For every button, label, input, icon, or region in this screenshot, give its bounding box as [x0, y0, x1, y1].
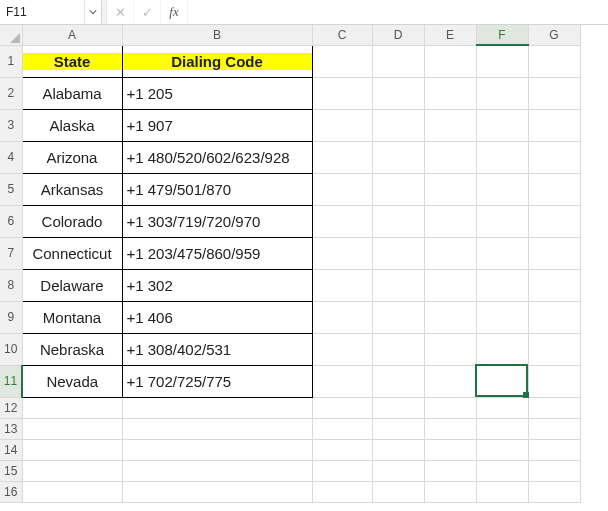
row-header-1[interactable]: 1: [0, 45, 22, 77]
cell-E6[interactable]: [424, 205, 476, 237]
cell-D13[interactable]: [372, 418, 424, 439]
insert-function-button[interactable]: fx: [161, 0, 188, 24]
cell-E4[interactable]: [424, 141, 476, 173]
cell-A14[interactable]: [22, 439, 122, 460]
cell-E8[interactable]: [424, 269, 476, 301]
cell-A15[interactable]: [22, 460, 122, 481]
col-header-C[interactable]: C: [312, 25, 372, 45]
cell-C8[interactable]: [312, 269, 372, 301]
cell-G9[interactable]: [528, 301, 580, 333]
cell-A12[interactable]: [22, 397, 122, 418]
cell-D10[interactable]: [372, 333, 424, 365]
cell-C13[interactable]: [312, 418, 372, 439]
cell-E7[interactable]: [424, 237, 476, 269]
cell-G2[interactable]: [528, 77, 580, 109]
cell-C11[interactable]: [312, 365, 372, 397]
cell-A5[interactable]: Arkansas: [22, 173, 122, 205]
cell-F10[interactable]: [476, 333, 528, 365]
col-header-A[interactable]: A: [22, 25, 122, 45]
col-header-F[interactable]: F: [476, 25, 528, 45]
cell-E14[interactable]: [424, 439, 476, 460]
cell-F9[interactable]: [476, 301, 528, 333]
cell-F2[interactable]: [476, 77, 528, 109]
cell-C6[interactable]: [312, 205, 372, 237]
row-header-7[interactable]: 7: [0, 237, 22, 269]
cell-F7[interactable]: [476, 237, 528, 269]
cell-G7[interactable]: [528, 237, 580, 269]
name-box[interactable]: [0, 0, 84, 24]
cell-B3[interactable]: +1 907: [122, 109, 312, 141]
cell-D16[interactable]: [372, 481, 424, 502]
cell-D7[interactable]: [372, 237, 424, 269]
cell-E11[interactable]: [424, 365, 476, 397]
row-header-15[interactable]: 15: [0, 460, 22, 481]
cell-A6[interactable]: Colorado: [22, 205, 122, 237]
row-header-2[interactable]: 2: [0, 77, 22, 109]
cell-C4[interactable]: [312, 141, 372, 173]
cell-G4[interactable]: [528, 141, 580, 173]
cell-G16[interactable]: [528, 481, 580, 502]
row-header-11[interactable]: 11: [0, 365, 22, 397]
select-all-corner[interactable]: [0, 25, 22, 45]
cell-D3[interactable]: [372, 109, 424, 141]
cell-E10[interactable]: [424, 333, 476, 365]
cell-C7[interactable]: [312, 237, 372, 269]
cell-E1[interactable]: [424, 45, 476, 77]
cell-C3[interactable]: [312, 109, 372, 141]
cell-G8[interactable]: [528, 269, 580, 301]
cell-E9[interactable]: [424, 301, 476, 333]
cell-E13[interactable]: [424, 418, 476, 439]
cell-D5[interactable]: [372, 173, 424, 205]
cell-B16[interactable]: [122, 481, 312, 502]
cell-D1[interactable]: [372, 45, 424, 77]
cell-C16[interactable]: [312, 481, 372, 502]
row-header-3[interactable]: 3: [0, 109, 22, 141]
row-header-8[interactable]: 8: [0, 269, 22, 301]
row-header-12[interactable]: 12: [0, 397, 22, 418]
cell-B14[interactable]: [122, 439, 312, 460]
cell-B1[interactable]: Dialing Code: [122, 45, 312, 77]
cell-D2[interactable]: [372, 77, 424, 109]
cell-A11[interactable]: Nevada: [22, 365, 122, 397]
cell-B4[interactable]: +1 480/520/602/623/928: [122, 141, 312, 173]
cell-D11[interactable]: [372, 365, 424, 397]
cell-A2[interactable]: Alabama: [22, 77, 122, 109]
cell-G1[interactable]: [528, 45, 580, 77]
cell-G12[interactable]: [528, 397, 580, 418]
cell-B9[interactable]: +1 406: [122, 301, 312, 333]
cell-A16[interactable]: [22, 481, 122, 502]
row-header-5[interactable]: 5: [0, 173, 22, 205]
cell-C14[interactable]: [312, 439, 372, 460]
cell-G3[interactable]: [528, 109, 580, 141]
cell-F14[interactable]: [476, 439, 528, 460]
cell-D9[interactable]: [372, 301, 424, 333]
cell-D12[interactable]: [372, 397, 424, 418]
cell-B12[interactable]: [122, 397, 312, 418]
row-header-13[interactable]: 13: [0, 418, 22, 439]
cell-A3[interactable]: Alaska: [22, 109, 122, 141]
cell-G6[interactable]: [528, 205, 580, 237]
cell-B13[interactable]: [122, 418, 312, 439]
col-header-B[interactable]: B: [122, 25, 312, 45]
cell-B8[interactable]: +1 302: [122, 269, 312, 301]
cell-C2[interactable]: [312, 77, 372, 109]
cell-F4[interactable]: [476, 141, 528, 173]
cell-E2[interactable]: [424, 77, 476, 109]
cell-B15[interactable]: [122, 460, 312, 481]
row-header-14[interactable]: 14: [0, 439, 22, 460]
cell-F1[interactable]: [476, 45, 528, 77]
cell-E5[interactable]: [424, 173, 476, 205]
cell-C15[interactable]: [312, 460, 372, 481]
cell-G10[interactable]: [528, 333, 580, 365]
cell-E15[interactable]: [424, 460, 476, 481]
cell-F3[interactable]: [476, 109, 528, 141]
cell-E3[interactable]: [424, 109, 476, 141]
cell-A10[interactable]: Nebraska: [22, 333, 122, 365]
cell-A13[interactable]: [22, 418, 122, 439]
cell-G5[interactable]: [528, 173, 580, 205]
cell-C5[interactable]: [312, 173, 372, 205]
cell-F15[interactable]: [476, 460, 528, 481]
formula-input[interactable]: [188, 0, 608, 24]
cell-F5[interactable]: [476, 173, 528, 205]
name-box-dropdown[interactable]: [84, 0, 101, 24]
